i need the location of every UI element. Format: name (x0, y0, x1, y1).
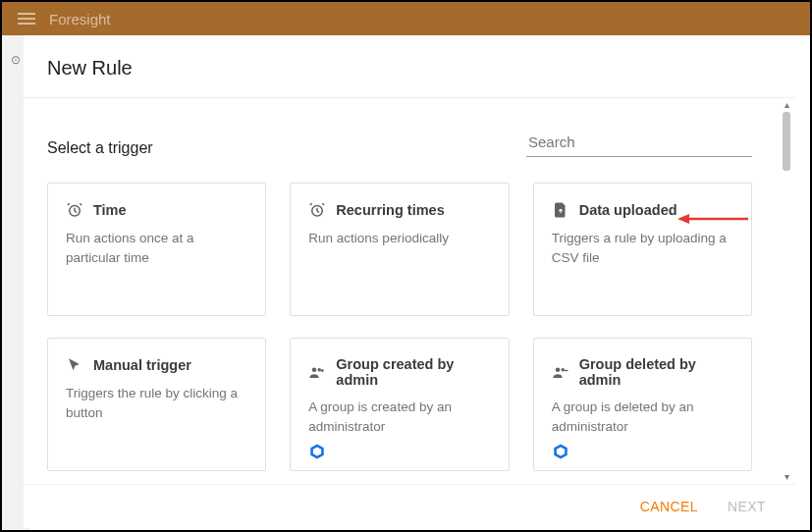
file-upload-icon (552, 201, 569, 219)
topbar: Foresight (2, 2, 810, 35)
trigger-card-recurring-times[interactable]: Recurring times Run actions periodically (290, 183, 509, 316)
card-title: Recurring times (336, 202, 444, 218)
new-rule-modal: New Rule Select a trigger (24, 35, 795, 528)
modal-body: Select a trigger Ti (24, 98, 778, 484)
card-title: Time (93, 202, 127, 218)
cursor-click-icon (66, 356, 83, 374)
scroll-down-icon[interactable]: ▾ (785, 472, 789, 482)
svg-point-5 (561, 368, 565, 372)
card-desc: A group is created by an administrator (308, 398, 490, 436)
group-add-icon (308, 363, 326, 381)
svg-point-3 (318, 368, 322, 372)
scrollbar[interactable]: ▴ ▾ (778, 98, 795, 484)
alarm-icon (66, 201, 83, 219)
app-name: Foresight (49, 11, 111, 27)
trigger-card-time[interactable]: Time Run actions once at a particular ti… (47, 183, 266, 316)
svg-point-4 (555, 368, 560, 373)
svg-point-2 (312, 368, 317, 373)
card-title: Manual trigger (93, 357, 191, 373)
cancel-button[interactable]: CANCEL (640, 499, 698, 514)
card-desc: Run actions periodically (308, 229, 490, 248)
card-title: Data uploaded (579, 202, 677, 218)
trigger-card-manual-trigger[interactable]: Manual trigger Triggers the rule by clic… (47, 338, 266, 471)
trigger-card-group-deleted-by-admin[interactable]: Group deleted by admin A group is delete… (533, 338, 752, 471)
card-title: Group deleted by admin (579, 356, 733, 388)
gcp-hexagon-icon (552, 443, 569, 460)
modal-title: New Rule (24, 35, 795, 98)
card-desc: Run actions once at a particular time (66, 229, 247, 267)
alarm-icon (308, 201, 326, 219)
card-title: Group created by admin (336, 356, 490, 388)
card-desc: A group is deleted by an administrator (552, 398, 733, 436)
scroll-thumb[interactable] (783, 112, 790, 171)
trigger-card-data-uploaded[interactable]: Data uploaded Triggers a rule by uploadi… (533, 183, 752, 316)
group-remove-icon (552, 363, 569, 381)
modal-footer: CANCEL NEXT (24, 484, 795, 528)
card-desc: Triggers the rule by clicking a button (66, 384, 247, 422)
section-heading: Select a trigger (47, 139, 153, 157)
trigger-card-group-created-by-admin[interactable]: Group created by admin A group is create… (290, 338, 509, 471)
scroll-up-icon[interactable]: ▴ (785, 100, 789, 110)
next-button: NEXT (728, 499, 766, 514)
gcp-hexagon-icon (308, 443, 326, 460)
menu-icon[interactable] (18, 13, 35, 25)
card-desc: Triggers a rule by uploading a CSV file (552, 229, 733, 267)
search-input[interactable] (526, 130, 752, 157)
